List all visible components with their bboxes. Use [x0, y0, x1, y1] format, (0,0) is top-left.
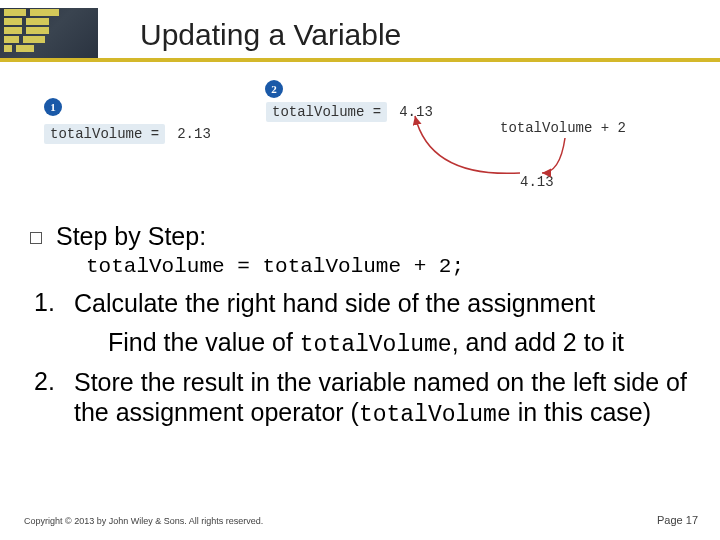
- equation-2-lhs: totalVolume =: [266, 102, 387, 122]
- step-badge-1: 1: [44, 98, 62, 116]
- list-item-1b-post: , and add 2 to it: [452, 328, 624, 356]
- step-badge-2: 2: [265, 80, 283, 98]
- list-item-2: 2. Store the result in the variable name…: [34, 367, 690, 430]
- list-item-1-number: 1.: [34, 288, 74, 319]
- list-item-1-subtext: Find the value of totalVolume, and add 2…: [108, 327, 690, 359]
- copyright: Copyright © 2013 by John Wiley & Sons. A…: [24, 516, 263, 526]
- list-item-2-text: Store the result in the variable named o…: [74, 367, 690, 430]
- diagram: 1 2 totalVolume = 2.13 totalVolume = 4.1…: [40, 78, 680, 208]
- rhs-expression: totalVolume + 2: [500, 120, 626, 136]
- code-example: totalVolume = totalVolume + 2;: [86, 255, 690, 278]
- equation-1-val: 2.13: [171, 124, 217, 144]
- list-item-2-code: totalVolume: [359, 402, 511, 428]
- slide: FLIGHDESTINA 2551LONDO 2710MADRI 155PARI…: [0, 0, 720, 540]
- equation-2-val: 4.13: [393, 102, 439, 122]
- bullet-text: Step by Step:: [56, 222, 206, 251]
- equation-2: totalVolume = 4.13: [266, 102, 439, 122]
- equation-1: totalVolume = 2.13: [44, 124, 217, 144]
- body: Step by Step: totalVolume = totalVolume …: [30, 222, 690, 437]
- bullet-step-by-step: Step by Step:: [30, 222, 690, 251]
- list-item-2-number: 2.: [34, 367, 74, 430]
- page-number: Page 17: [657, 514, 698, 526]
- title-underline: [0, 58, 720, 62]
- slide-title: Updating a Variable: [140, 18, 401, 52]
- list-item-1b-pre: Find the value of: [108, 328, 300, 356]
- list-item-1: 1. Calculate the right hand side of the …: [34, 288, 690, 319]
- rhs-evaluated-value: 4.13: [520, 174, 554, 190]
- list-item-2-post: in this case): [511, 398, 651, 426]
- bullet-marker: [30, 232, 42, 244]
- decorative-departure-board: FLIGHDESTINA 2551LONDO 2710MADRI 155PARI…: [0, 8, 98, 58]
- list-item-1-text: Calculate the right hand side of the ass…: [74, 288, 690, 319]
- list-item-1b-code: totalVolume: [300, 332, 452, 358]
- equation-1-lhs: totalVolume =: [44, 124, 165, 144]
